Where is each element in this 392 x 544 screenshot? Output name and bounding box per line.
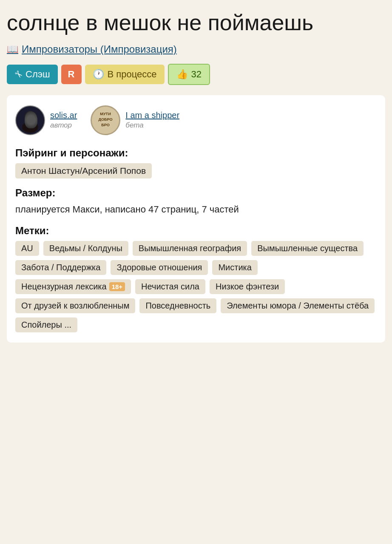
info-card: solis.ar автор МУТИ ДОБРО БРО I am a shi… [7,95,385,343]
scissors-icon: ✂ [11,68,25,81]
tag-item[interactable]: Забота / Поддержка [15,260,106,275]
likes-count: 32 [191,69,202,80]
tag-item[interactable]: Здоровые отношения [111,260,208,275]
svg-text:БРО: БРО [102,123,110,127]
tag-item[interactable]: Мистика [212,260,257,275]
tag-item[interactable]: AU [15,241,39,256]
author-name-muti[interactable]: I am a shipper [125,110,179,120]
tag-item[interactable]: Нецензурная лексика18+ [15,279,131,294]
svg-text:ДОБРО: ДОБРО [99,117,113,122]
svg-point-1 [25,111,36,124]
tags-wrap: AUВедьмы / КолдуныВымышленная географияВ… [15,241,377,332]
pairing-label: Пэйринг и персонажи: [15,147,377,159]
size-label: Размер: [15,187,377,199]
title-section: солнце в мешок не поймаешь 📖 Импровизато… [7,10,385,85]
badges-row: ✂ Слэш R 🕐 В процессе 👍 32 [7,64,385,85]
tag-item[interactable]: Вымышленные существа [251,241,364,256]
page-wrapper: солнце в мешок не поймаешь 📖 Импровизато… [0,0,392,363]
tag-item[interactable]: Элементы юмора / Элементы стёба [221,298,375,313]
status-badge[interactable]: 🕐 В процессе [85,65,165,84]
fandom-label: Импровизаторы (Импровизация) [22,43,177,55]
author-info-solis: solis.ar автор [50,110,77,130]
tag-item[interactable]: Спойлеры ... [15,317,77,332]
svg-point-4 [27,116,30,118]
tag-item[interactable]: Ведьмы / Колдуны [43,241,128,256]
avatar-solis [15,105,45,135]
svg-point-5 [31,116,33,118]
tag-item[interactable]: Низкое фэнтези [210,279,285,294]
tags-section: Метки: AUВедьмы / КолдуныВымышленная гео… [15,225,377,332]
tag-18plus-badge: 18+ [109,282,125,291]
rating-badge[interactable]: R [61,65,82,84]
author-block-solis: solis.ar автор [15,105,77,135]
slash-badge[interactable]: ✂ Слэш [7,65,58,84]
rating-label: R [68,69,75,80]
author-role-muti: бета [125,121,179,130]
author-role-solis: автор [50,121,77,130]
tags-label: Метки: [15,225,377,237]
svg-point-2 [22,122,38,133]
book-icon: 📖 [7,44,18,55]
svg-text:МУТИ: МУТИ [100,112,111,116]
avatar-muti: МУТИ ДОБРО БРО [91,105,120,135]
status-label: В процессе [108,69,157,80]
size-text: планируется Макси, написано 47 страниц, … [15,203,377,216]
likes-badge[interactable]: 👍 32 [168,64,210,85]
svg-point-3 [26,113,34,122]
page-title: солнце в мешок не поймаешь [7,10,385,36]
tag-item[interactable]: Вымышленная география [133,241,247,256]
author-block-muti: МУТИ ДОБРО БРО I am a shipper бета [91,105,179,135]
clock-icon: 🕐 [93,69,104,80]
authors-row: solis.ar автор МУТИ ДОБРО БРО I am a shi… [15,105,377,135]
tag-item[interactable]: От друзей к возлюбленным [15,298,135,313]
slash-label: Слэш [26,69,50,80]
tag-item[interactable]: Нечистая сила [135,279,205,294]
fandom-link[interactable]: 📖 Импровизаторы (Импровизация) [7,43,177,55]
pairing-tag[interactable]: Антон Шастун/Арсений Попов [15,163,152,178]
author-info-muti: I am a shipper бета [125,110,179,130]
author-name-solis[interactable]: solis.ar [50,110,77,120]
tag-item[interactable]: Повседневность [139,298,216,313]
thumbs-icon: 👍 [176,69,188,80]
